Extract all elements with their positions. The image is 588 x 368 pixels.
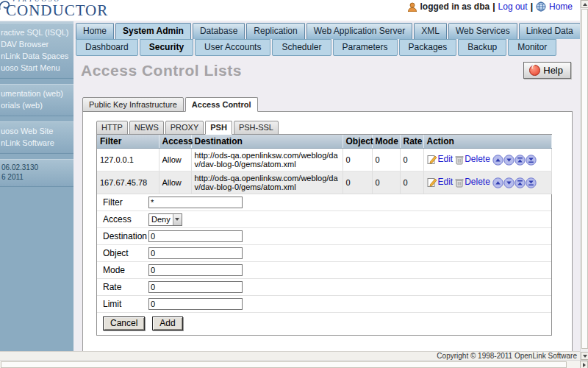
object-input[interactable] [148,247,243,259]
trash-icon[interactable] [455,155,464,165]
move-down-icon[interactable] [503,177,514,188]
tab-dashboard[interactable]: Dashboard [76,39,138,56]
tab-monitor[interactable]: Monitor [508,39,556,56]
move-down-icon[interactable] [503,155,514,166]
sidebar-group-sites: uoso Web Site nLink Software [0,121,74,154]
cell-object: 0 [343,171,372,194]
sidebar-item-documentation[interactable]: umentation (web) [0,88,74,99]
rate-label: Rate [103,282,148,292]
tab-replication[interactable]: Replication [246,23,304,39]
edit-link[interactable]: Edit [438,177,453,187]
vertical-scroll-thumb[interactable] [581,9,588,349]
cell-object: 0 [343,149,372,171]
cell-rate: 0 [400,149,423,171]
virtuoso-conductor-logo: VIRTUOSO CONDUCTOR [1,0,108,18]
add-button[interactable]: Add [152,316,182,330]
sidebar-item-tutorials[interactable]: orials (web) [0,99,74,111]
sidebar-item-webdav-browser[interactable]: DAV Browser [0,38,74,50]
tab-backup[interactable]: Backup [458,39,506,56]
tab-system-admin[interactable]: System Admin [115,23,191,39]
trash-icon[interactable] [455,177,464,188]
section-tabs: Public Key InfrastructureAccess Control [74,96,580,111]
sidebar-item-openlink-software[interactable]: nLink Software [0,137,74,149]
header-action: Action [423,135,551,149]
logo-conductor-text: CONDUCTOR [6,3,108,18]
tab-user-accounts[interactable]: User Accounts [195,39,270,56]
scroll-down-arrow[interactable] [581,352,588,360]
globe-icon[interactable] [536,1,546,12]
title-row: Access Control Lists ? Help [74,56,580,87]
horizontal-scroll-thumb[interactable] [1,361,567,368]
tab-http[interactable]: HTTP [96,121,128,135]
move-up-icon[interactable] [492,155,503,166]
mode-label: Mode [103,265,148,275]
delete-link[interactable]: Delete [465,177,490,187]
edit-icon[interactable] [427,155,437,165]
tab-public-key-infrastructure[interactable]: Public Key Infrastructure [82,97,184,112]
tab-parameters[interactable]: Parameters [333,39,398,56]
home-link[interactable]: Home [549,1,573,12]
vertical-scrollbar[interactable] [580,0,588,360]
rate-input[interactable] [148,281,243,293]
sidebar-item-start-menu[interactable]: uoso Start Menu [0,62,74,74]
tab-news[interactable]: NEWS [129,121,164,135]
tab-web-application-server[interactable]: Web Application Server [306,23,413,39]
main-content: HomeSystem AdminDatabaseReplicationWeb A… [74,21,580,351]
help-label: Help [543,65,563,76]
cell-mode: 0 [372,149,400,171]
log-out-link[interactable]: Log out [498,1,528,12]
table-header-row: Filter Access Destination Object Mode Ra… [97,135,551,149]
destination-label: Destination [103,231,148,241]
move-bottom-icon[interactable] [526,155,537,166]
tab-web-services[interactable]: Web Services [448,23,517,39]
move-top-icon[interactable] [514,177,526,188]
tab-linked-data[interactable]: Linked Data [519,23,580,39]
tab-database[interactable]: Database [193,23,245,39]
cell-destination: http://ods-qa.openlinksw.com/weblog/dav/… [191,171,343,194]
access-control-panel: HTTPNEWSPROXYPSHPSH-SSL Filter Access De… [82,111,573,351]
horizontal-scrollbar[interactable] [0,360,588,368]
table-row: 127.0.0.1 Allow http://ods-qa.openlinksw… [97,149,551,171]
move-bottom-icon[interactable] [526,177,537,188]
mode-input[interactable] [148,264,243,276]
move-up-icon[interactable] [492,177,503,188]
filter-input[interactable] [148,197,243,208]
tab-security[interactable]: Security [140,39,193,56]
acl-table: Filter Access Destination Object Mode Ra… [97,135,552,194]
conductor-app: VIRTUOSO CONDUCTOR logged in as dba | Lo… [0,0,588,368]
tab-access-control[interactable]: Access Control [185,97,258,112]
form-row-object: Object [97,245,551,262]
user-session-bar: logged in as dba | Log out | Home [407,1,573,12]
tab-proxy[interactable]: PROXY [165,121,204,135]
separator: | [492,1,495,12]
header-rate: Rate [400,135,423,149]
move-top-icon[interactable] [514,155,526,166]
tab-home[interactable]: Home [76,23,114,39]
tab-xml[interactable]: XML [414,23,447,39]
tab-psh[interactable]: PSH [205,121,232,135]
limit-label: Limit [103,299,148,309]
form-buttons: Cancel Add [97,313,551,335]
top-header: VIRTUOSO CONDUCTOR logged in as dba | Lo… [0,0,580,21]
limit-input[interactable] [148,298,243,310]
delete-link[interactable]: Delete [465,154,490,164]
cell-mode: 0 [372,171,400,194]
scroll-up-arrow[interactable] [581,0,588,8]
secondary-nav: DashboardSecurityUser AccountsSchedulerP… [74,39,580,56]
header-access: Access [159,135,191,149]
scroll-right-arrow[interactable] [580,361,588,368]
sidebar-item-web-site[interactable]: uoso Web Site [0,125,74,137]
cancel-button[interactable]: Cancel [103,316,145,330]
edit-icon[interactable] [427,177,437,188]
tab-scheduler[interactable]: Scheduler [272,39,331,56]
page-title: Access Control Lists [81,62,242,79]
destination-input[interactable] [148,230,243,242]
sidebar-item-data-spaces[interactable]: nLink Data Spaces [0,50,74,62]
edit-link[interactable]: Edit [438,154,453,164]
protocol-tabs: HTTPNEWSPROXYPSHPSH-SSL [96,119,572,134]
help-button[interactable]: ? Help [523,62,571,79]
tab-psh-ssl[interactable]: PSH-SSL [234,121,279,135]
access-select[interactable]: Deny [148,213,182,226]
sidebar-item-isql[interactable]: ractive SQL (ISQL) [0,26,74,38]
tab-packages[interactable]: Packages [399,39,457,56]
